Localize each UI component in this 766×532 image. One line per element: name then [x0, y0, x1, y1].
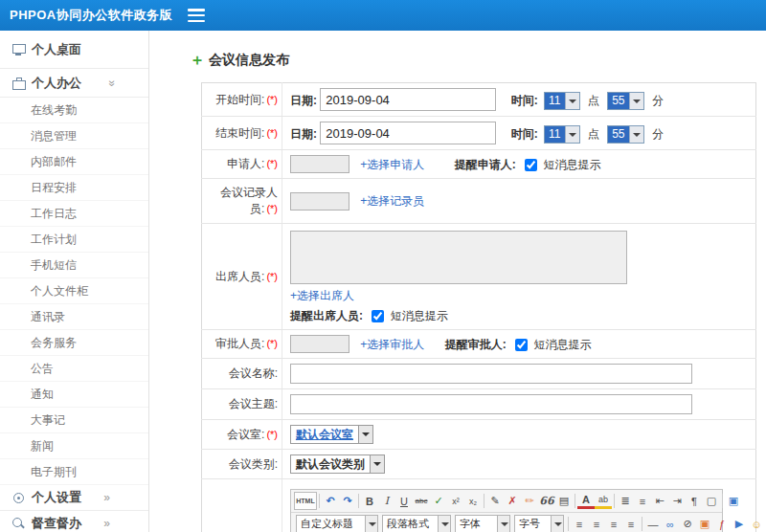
pencil-icon[interactable]: ✎	[486, 492, 504, 510]
start-minute-select[interactable]: 55	[607, 92, 643, 110]
required-mark: (*)	[266, 271, 278, 282]
meeting-category-select[interactable]: 默认会议类别	[290, 454, 385, 474]
sidebar-item-personal-file-cabinet[interactable]: 个人文件柜	[0, 278, 148, 304]
spellcheck-button[interactable]: ✓	[430, 492, 447, 510]
outdent-button[interactable]: ⇤	[651, 492, 668, 510]
sidebar-item-announcement[interactable]: 公告	[0, 356, 148, 382]
sidebar-item-e-journal[interactable]: 电子期刊	[0, 459, 148, 485]
approver-input[interactable]	[290, 335, 349, 353]
editor-toolbar-row2: 自定义标题 段落格式 字体 字号 ≡ ≡ ≡ ≡ — ∞ ⊘	[291, 513, 722, 532]
form-row-start-time: 开始时间:(*) 日期: 时间: 11 点 55 分	[202, 83, 756, 117]
unlink-button[interactable]: ⊘	[679, 515, 696, 532]
insert-date-button[interactable]: ▤	[555, 492, 573, 510]
horizontal-rule-button[interactable]: —	[644, 515, 662, 532]
minute-unit-label: 分	[652, 94, 664, 107]
custom-heading-select[interactable]: 自定义标题	[296, 515, 378, 532]
sidebar-item-message-management[interactable]: 消息管理	[0, 123, 148, 149]
meeting-room-label: 会议室:	[227, 428, 264, 441]
sidebar-item-schedule[interactable]: 日程安排	[0, 175, 148, 201]
toolbar-separator	[642, 517, 642, 531]
meeting-room-select[interactable]: 默认会议室	[290, 425, 373, 444]
sidebar-item-contacts[interactable]: 通讯录	[0, 304, 148, 330]
align-center-button[interactable]: ≡	[588, 515, 605, 532]
html-source-button[interactable]: HTML	[294, 492, 317, 510]
end-minute-select[interactable]: 55	[607, 125, 643, 144]
strikethrough-button[interactable]: abc	[413, 492, 430, 510]
end-date-input[interactable]	[320, 122, 496, 144]
subscript-button[interactable]: x₂	[464, 492, 482, 510]
sidebar-item-supervision[interactable]: 督查督办 »	[0, 511, 148, 532]
fullscreen-button[interactable]: ▣	[725, 492, 742, 510]
bold-button[interactable]: B	[361, 492, 378, 510]
meeting-name-input[interactable]	[290, 364, 692, 384]
sidebar-item-meeting-service[interactable]: 会务服务	[0, 330, 148, 356]
sidebar-item-internal-mail[interactable]: 内部邮件	[0, 149, 148, 175]
start-hour-value: 11	[545, 93, 564, 109]
approver-sms-checkbox[interactable]	[515, 339, 528, 351]
ordered-list-button[interactable]: ≣	[617, 492, 634, 510]
toolbar-separator	[574, 494, 575, 508]
start-date-input[interactable]	[320, 88, 496, 111]
media-button[interactable]: ▶	[731, 515, 748, 532]
choose-attendees-link[interactable]: +选择出席人	[290, 289, 354, 302]
superscript-button[interactable]: x²	[447, 492, 464, 510]
dropdown-arrow-icon	[551, 516, 563, 532]
undo-button[interactable]: ↶	[322, 492, 339, 510]
italic-button[interactable]: I	[378, 492, 395, 510]
remove-format-button[interactable]: ✗	[504, 492, 521, 510]
end-hour-select[interactable]: 11	[544, 125, 579, 144]
meeting-subject-input[interactable]	[290, 394, 692, 414]
page-title: 会议信息发布	[209, 52, 289, 69]
flash-button[interactable]: ƒ	[713, 515, 731, 532]
align-left-button[interactable]: ≡	[571, 515, 588, 532]
sidebar-item-settings[interactable]: 个人设置 »	[0, 485, 148, 511]
sidebar-item-desktop[interactable]: 个人桌面	[0, 31, 148, 69]
font-family-value: 字体	[456, 516, 484, 532]
sidebar-item-work-log[interactable]: 工作日志	[0, 201, 148, 227]
indent-button[interactable]: ⇥	[668, 492, 686, 510]
end-hour-value: 11	[545, 126, 564, 143]
recorder-input[interactable]	[290, 192, 349, 211]
sidebar-item-notice[interactable]: 通知	[0, 382, 148, 408]
paragraph-format-select[interactable]: 段落格式	[382, 515, 451, 532]
new-page-button[interactable]: ▢	[703, 492, 720, 510]
sidebar-item-news[interactable]: 新闻	[0, 433, 148, 459]
applicant-input[interactable]	[290, 155, 349, 173]
required-mark: (*)	[266, 203, 278, 214]
paragraph-format-value: 段落格式	[383, 516, 433, 532]
applicant-sms-checkbox[interactable]	[525, 159, 537, 171]
start-hour-select[interactable]: 11	[544, 92, 579, 110]
menu-icon[interactable]	[188, 9, 205, 22]
sidebar-item-work-plan[interactable]: 工作计划	[0, 227, 148, 253]
align-justify-button[interactable]: ≡	[622, 515, 640, 532]
choose-applicant-link[interactable]: +选择申请人	[360, 158, 424, 171]
sidebar-item-label: 个人设置	[32, 489, 81, 506]
sidebar-item-mobile-sms[interactable]: 手机短信	[0, 253, 148, 278]
image-button[interactable]: ▣	[696, 515, 713, 532]
redo-button[interactable]: ↷	[339, 492, 356, 510]
gear-icon	[11, 491, 25, 504]
emoticon-button[interactable]: ☺	[748, 515, 765, 532]
required-mark: (*)	[266, 127, 278, 139]
sidebar-item-online-attendance[interactable]: 在线考勤	[0, 98, 148, 123]
font-size-select[interactable]: 字号	[514, 515, 564, 532]
attendees-textarea[interactable]	[290, 231, 627, 284]
choose-approver-link[interactable]: +选择审批人	[360, 338, 424, 351]
underline-button[interactable]: U	[395, 492, 413, 510]
align-right-button[interactable]: ≡	[605, 515, 622, 532]
unordered-list-button[interactable]: ≡	[634, 492, 651, 510]
paragraph-button[interactable]: ¶	[686, 492, 703, 510]
chevron-right-icon: »	[103, 491, 110, 504]
link-button[interactable]: ∞	[662, 515, 679, 532]
choose-recorder-link[interactable]: +选择记录员	[360, 194, 424, 208]
dropdown-arrow-icon	[565, 126, 579, 143]
dropdown-arrow-icon	[565, 93, 579, 109]
font-color-button[interactable]: A	[577, 494, 595, 509]
sidebar-item-office[interactable]: 个人办公 »	[0, 69, 148, 98]
font-family-select[interactable]: 字体	[455, 515, 510, 532]
sidebar-item-memorabilia[interactable]: 大事记	[0, 408, 148, 433]
format-painter-button[interactable]: ✏	[521, 492, 538, 510]
attendees-sms-checkbox[interactable]	[372, 310, 384, 322]
blockquote-button[interactable]: 66	[538, 492, 555, 510]
highlight-color-button[interactable]: ab	[595, 494, 612, 509]
